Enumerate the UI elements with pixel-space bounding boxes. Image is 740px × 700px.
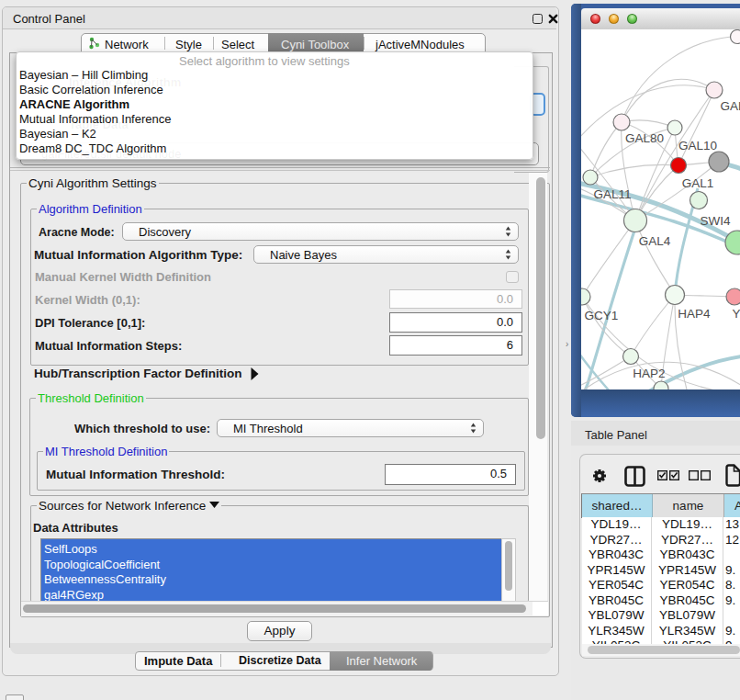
- svg-text:GAL11: GAL11: [593, 187, 631, 201]
- svg-text:HAP4: HAP4: [678, 307, 711, 321]
- svg-text:GAL10: GAL10: [678, 139, 717, 152]
- svg-text:GAL4: GAL4: [639, 234, 671, 248]
- svg-text:GAL1: GAL1: [682, 176, 714, 190]
- svg-text:HAP2: HAP2: [633, 367, 665, 380]
- svg-text:Y: Y: [732, 307, 740, 321]
- svg-text:GAL80: GAL80: [625, 131, 664, 145]
- svg-text:GAL: GAL: [720, 99, 740, 113]
- svg-text:SWI4: SWI4: [700, 214, 730, 228]
- svg-text:GCY1: GCY1: [585, 309, 619, 322]
